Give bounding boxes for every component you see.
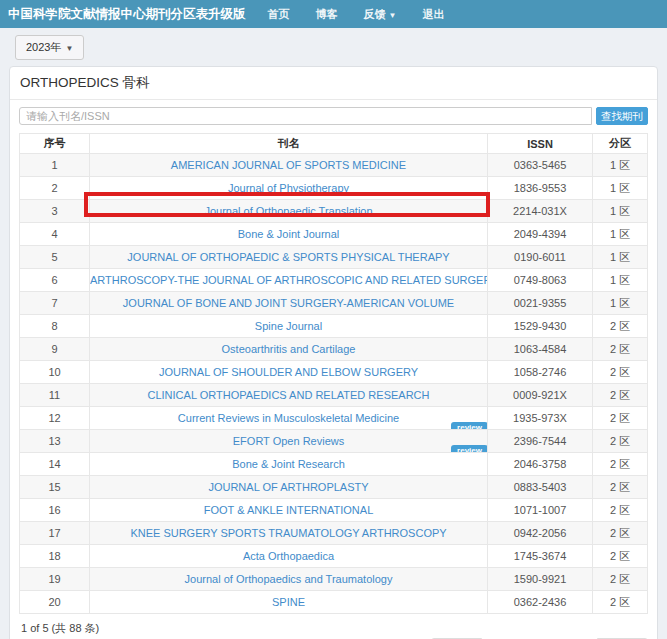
- row-index: 18: [20, 545, 90, 568]
- review-badge: review: [451, 445, 487, 453]
- issn-value: 0749-8063: [488, 269, 593, 292]
- zone-value: 2 区: [593, 568, 648, 591]
- journal-link[interactable]: Journal of Orthopaedic Translation: [204, 205, 372, 217]
- journal-name-cell: ARTHROSCOPY-THE JOURNAL OF ARTHROSCOPIC …: [90, 269, 488, 292]
- page-container: 2023年▼ ORTHOPEDICS 骨科 查找期刊 序号 刊名 ISSN 分区: [0, 28, 667, 639]
- journal-name-cell: FOOT & ANKLE INTERNATIONAL: [90, 499, 488, 522]
- navbar-menu: 首页博客反馈▼退出: [268, 7, 445, 22]
- journal-name-cell: Bone & Joint Research: [90, 453, 488, 476]
- nav-item-博客[interactable]: 博客: [316, 7, 338, 22]
- journal-link[interactable]: FOOT & ANKLE INTERNATIONAL: [204, 504, 374, 516]
- issn-value: 0021-9355: [488, 292, 593, 315]
- journal-link[interactable]: Spine Journal: [255, 320, 322, 332]
- site-title[interactable]: 中国科学院文献情报中心期刊分区表升级版: [8, 6, 246, 23]
- table-row: 4Bone & Joint Journal2049-43941 区: [20, 223, 648, 246]
- table-row: 14Bone & Joint Research2046-37582 区: [20, 453, 648, 476]
- issn-value: 0883-5403: [488, 476, 593, 499]
- zone-value: 2 区: [593, 315, 648, 338]
- journal-name-cell: Current Reviews in Musculoskeletal Medic…: [90, 407, 488, 430]
- row-index: 12: [20, 407, 90, 430]
- table-row: 6ARTHROSCOPY-THE JOURNAL OF ARTHROSCOPIC…: [20, 269, 648, 292]
- journal-link[interactable]: CLINICAL ORTHOPAEDICS AND RELATED RESEAR…: [148, 389, 430, 401]
- journal-name-cell: JOURNAL OF SHOULDER AND ELBOW SURGERY: [90, 361, 488, 384]
- zone-value: 2 区: [593, 384, 648, 407]
- journal-link[interactable]: AMERICAN JOURNAL OF SPORTS MEDICINE: [171, 159, 406, 171]
- journal-link[interactable]: Current Reviews in Musculoskeletal Medic…: [178, 412, 399, 424]
- col-header-index: 序号: [20, 134, 90, 154]
- journal-name-cell: Journal of Physiotherapy: [90, 177, 488, 200]
- journal-name-cell: AMERICAN JOURNAL OF SPORTS MEDICINE: [90, 154, 488, 177]
- journal-name-cell: EFORT Open Reviewsreview: [90, 430, 488, 453]
- journal-link[interactable]: SPINE: [272, 596, 305, 608]
- zone-value: 1 区: [593, 246, 648, 269]
- page-title: ORTHOPEDICS 骨科: [10, 67, 657, 100]
- journal-link[interactable]: JOURNAL OF ORTHOPAEDIC & SPORTS PHYSICAL…: [127, 251, 449, 263]
- row-index: 15: [20, 476, 90, 499]
- issn-value: 1063-4584: [488, 338, 593, 361]
- journal-link[interactable]: EFORT Open Reviews: [233, 435, 344, 447]
- journal-link[interactable]: JOURNAL OF SHOULDER AND ELBOW SURGERY: [159, 366, 418, 378]
- zone-value: 2 区: [593, 591, 648, 614]
- table-row: 13EFORT Open Reviewsreview2396-75442 区: [20, 430, 648, 453]
- row-index: 13: [20, 430, 90, 453]
- year-label: 2023年: [26, 41, 61, 53]
- zone-value: 2 区: [593, 499, 648, 522]
- row-index: 14: [20, 453, 90, 476]
- issn-value: 0190-6011: [488, 246, 593, 269]
- table-row: 19Journal of Orthopaedics and Traumatolo…: [20, 568, 648, 591]
- journal-table-body: 1AMERICAN JOURNAL OF SPORTS MEDICINE0363…: [20, 154, 648, 614]
- search-bar: 查找期刊: [19, 107, 648, 125]
- zone-value: 2 区: [593, 338, 648, 361]
- zone-value: 2 区: [593, 407, 648, 430]
- issn-value: 1590-9921: [488, 568, 593, 591]
- zone-value: 2 区: [593, 453, 648, 476]
- table-row: 16FOOT & ANKLE INTERNATIONAL1071-10072 区: [20, 499, 648, 522]
- table-row: 10JOURNAL OF SHOULDER AND ELBOW SURGERY1…: [20, 361, 648, 384]
- row-index: 17: [20, 522, 90, 545]
- journal-link[interactable]: Journal of Orthopaedics and Traumatology: [185, 573, 393, 585]
- table-row: 3Journal of Orthopaedic Translation2214-…: [20, 200, 648, 223]
- year-dropdown-button[interactable]: 2023年▼: [15, 35, 84, 60]
- journal-name-cell: SPINE: [90, 591, 488, 614]
- nav-item-反馈[interactable]: 反馈▼: [364, 7, 397, 22]
- table-row: 8Spine Journal1529-94302 区: [20, 315, 648, 338]
- search-input[interactable]: [19, 107, 592, 125]
- journal-link[interactable]: Bone & Joint Research: [232, 458, 345, 470]
- zone-value: 1 区: [593, 292, 648, 315]
- journal-link[interactable]: KNEE SURGERY SPORTS TRAUMATOLOGY ARTHROS…: [130, 527, 446, 539]
- row-index: 1: [20, 154, 90, 177]
- row-index: 8: [20, 315, 90, 338]
- table-row: 12Current Reviews in Musculoskeletal Med…: [20, 407, 648, 430]
- row-index: 16: [20, 499, 90, 522]
- issn-value: 2214-031X: [488, 200, 593, 223]
- journal-link[interactable]: ARTHROSCOPY-THE JOURNAL OF ARTHROSCOPIC …: [90, 274, 488, 286]
- journal-name-cell: Osteoarthritis and Cartilage: [90, 338, 488, 361]
- table-row: 1AMERICAN JOURNAL OF SPORTS MEDICINE0363…: [20, 154, 648, 177]
- col-header-issn: ISSN: [488, 134, 593, 154]
- journal-link[interactable]: Osteoarthritis and Cartilage: [222, 343, 356, 355]
- issn-value: 1529-9430: [488, 315, 593, 338]
- journal-link[interactable]: JOURNAL OF ARTHROPLASTY: [208, 481, 368, 493]
- nav-item-退出[interactable]: 退出: [422, 7, 444, 22]
- journal-name-cell: JOURNAL OF BONE AND JOINT SURGERY-AMERIC…: [90, 292, 488, 315]
- row-index: 2: [20, 177, 90, 200]
- journal-link[interactable]: Acta Orthopaedica: [243, 550, 334, 562]
- col-header-zone: 分区: [593, 134, 648, 154]
- journal-link[interactable]: Journal of Physiotherapy: [228, 182, 349, 194]
- issn-value: 0363-5465: [488, 154, 593, 177]
- journal-name-cell: KNEE SURGERY SPORTS TRAUMATOLOGY ARTHROS…: [90, 522, 488, 545]
- journal-link[interactable]: JOURNAL OF BONE AND JOINT SURGERY-AMERIC…: [123, 297, 454, 309]
- row-index: 10: [20, 361, 90, 384]
- chevron-down-icon: ▼: [389, 11, 397, 20]
- nav-item-首页[interactable]: 首页: [268, 7, 290, 22]
- issn-value: 0009-921X: [488, 384, 593, 407]
- zone-value: 2 区: [593, 476, 648, 499]
- table-row: 5JOURNAL OF ORTHOPAEDIC & SPORTS PHYSICA…: [20, 246, 648, 269]
- zone-value: 1 区: [593, 223, 648, 246]
- search-journal-button[interactable]: 查找期刊: [596, 107, 648, 125]
- issn-value: 2046-3758: [488, 453, 593, 476]
- row-index: 6: [20, 269, 90, 292]
- journal-link[interactable]: Bone & Joint Journal: [238, 228, 340, 240]
- page-info: 1 of 5 (共 88 条): [21, 621, 648, 636]
- journal-name-cell: Journal of Orthopaedic Translation: [90, 200, 488, 223]
